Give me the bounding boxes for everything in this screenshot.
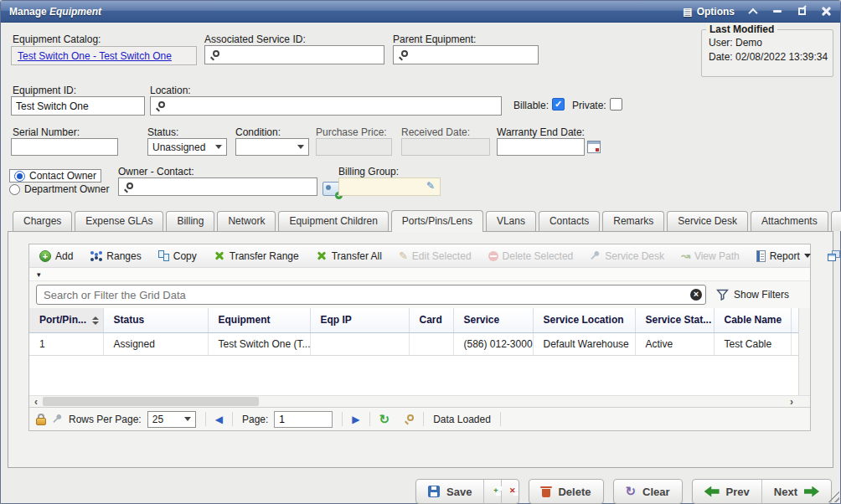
tab-service-desk[interactable]: Service Desk	[667, 211, 748, 231]
tab-network[interactable]: Network	[217, 211, 276, 231]
ranges-button[interactable]: Ranges	[85, 248, 146, 265]
path-icon	[681, 249, 690, 262]
tab-charges[interactable]: Charges	[13, 211, 72, 231]
table-row[interactable]: 1 Assigned Test Switch One (T... (586) 0…	[29, 332, 798, 355]
tab-vlans[interactable]: VLans	[486, 211, 536, 231]
purchase-price-label: Purchase Price:	[316, 126, 387, 138]
previous-page-arrow[interactable]: ◀	[215, 414, 223, 424]
pager-separator	[205, 412, 206, 426]
calendar-icon[interactable]	[587, 141, 601, 153]
ports-grid: Port/Pin... Status Equipment Eqp IP Card…	[29, 308, 798, 356]
scrollbar-track[interactable]	[43, 396, 785, 407]
title-bar: Manage Equipment Options	[1, 1, 840, 23]
grid-search-input[interactable]	[36, 285, 706, 305]
next-page-arrow[interactable]: ▶	[352, 414, 359, 424]
associated-service-id-input[interactable]	[204, 45, 384, 64]
column-header-service[interactable]: Service	[453, 308, 533, 332]
tab-user-defined-fields[interactable]: User Defined Fields	[831, 211, 841, 231]
clear-search-icon[interactable]	[690, 289, 702, 301]
status-select[interactable]: Unassigned	[147, 138, 227, 156]
rows-per-page-select[interactable]: 25	[147, 411, 196, 428]
refresh-icon[interactable]	[379, 412, 390, 427]
column-header-status[interactable]: Status	[103, 308, 208, 332]
tab-equipment-children[interactable]: Equipment Children	[278, 211, 388, 231]
serial-number-input[interactable]	[11, 138, 118, 156]
tab-contacts[interactable]: Contacts	[539, 211, 600, 231]
grid-header-row: Port/Pin... Status Equipment Eqp IP Card…	[29, 308, 798, 332]
edit-pencil-icon[interactable]	[426, 180, 435, 192]
pager-separator	[342, 412, 343, 426]
search-icon[interactable]	[405, 414, 414, 424]
options-button[interactable]: Options	[683, 6, 735, 18]
save-and-close-button[interactable]: ✕	[501, 480, 519, 503]
minimize-button[interactable]	[771, 6, 783, 18]
owner-contact-input[interactable]	[118, 177, 317, 196]
lock-icon[interactable]	[36, 414, 46, 425]
column-header-equipment[interactable]: Equipment	[208, 308, 310, 332]
tab-expense-glas[interactable]: Expense GLAs	[75, 211, 163, 231]
wrench-icon[interactable]	[52, 414, 63, 424]
clear-button[interactable]: Clear	[614, 480, 682, 503]
search-field-wrap	[36, 285, 706, 305]
show-filters-button[interactable]: Show Filters	[716, 289, 789, 301]
tab-remarks[interactable]: Remarks	[602, 211, 664, 231]
add-contact-icon[interactable]	[322, 182, 340, 196]
scroll-right-arrow[interactable]: ›	[785, 397, 798, 407]
toolbar-overflow-caret[interactable]: ▾	[37, 270, 41, 279]
contact-owner-radio[interactable]: Contact Owner	[9, 169, 101, 183]
department-owner-radio[interactable]: Department Owner	[9, 183, 109, 195]
column-header-eqp-ip[interactable]: Eqp IP	[310, 308, 409, 332]
parent-equipment-input[interactable]	[393, 45, 539, 64]
page-number-input[interactable]	[274, 411, 333, 428]
tab-ports-pins-lens[interactable]: Ports/Pins/Lens	[391, 210, 483, 232]
billable-checkbox[interactable]	[552, 98, 565, 111]
private-checkbox[interactable]	[610, 98, 622, 111]
status-select-value: Unassigned	[152, 141, 205, 153]
save-button[interactable]: Save	[416, 480, 483, 503]
tab-billing[interactable]: Billing	[166, 211, 214, 231]
prev-button[interactable]: Prev	[693, 480, 761, 503]
column-header-p[interactable]: P	[791, 308, 798, 332]
add-button[interactable]: Add	[34, 248, 78, 265]
copy-button[interactable]: Copy	[153, 248, 202, 265]
transfer-all-button[interactable]: Transfer All	[311, 248, 387, 265]
column-header-service-location[interactable]: Service Location	[533, 308, 635, 332]
equipment-catalog-box: Test Switch One - Test Switch One	[11, 46, 197, 65]
scroll-left-arrow[interactable]: ‹	[29, 397, 43, 407]
equipment-id-input[interactable]	[11, 96, 145, 116]
equipment-catalog-link[interactable]: Test Switch One - Test Switch One	[18, 50, 172, 62]
collapse-button[interactable]	[747, 6, 759, 18]
radio-dot	[9, 184, 20, 195]
save-button-group: Save + ✕	[415, 479, 519, 504]
scrollbar-thumb[interactable]	[43, 397, 259, 406]
transfer-range-button[interactable]: Transfer Range	[209, 248, 304, 265]
grid-pager: Rows Per Page: 25 ◀ Page: ▶ Data Loaded	[29, 407, 810, 430]
location-input[interactable]	[150, 96, 502, 116]
popout-button[interactable]	[796, 6, 807, 18]
cell-cable-name: Test Cable	[714, 332, 791, 355]
cell-equipment: Test Switch One (T...	[208, 332, 310, 355]
purchase-price-input	[316, 138, 392, 156]
perspectives-icon	[828, 250, 840, 261]
show-filters-label: Show Filters	[734, 289, 789, 301]
close-button[interactable]	[820, 6, 832, 18]
pager-separator	[369, 412, 370, 426]
column-header-port-pin[interactable]: Port/Pin...	[29, 308, 103, 332]
column-header-service-status[interactable]: Service Stat...	[635, 308, 714, 332]
perspectives-button[interactable]: Perspectives	[823, 248, 841, 265]
column-header-cable-name[interactable]: Cable Name	[714, 308, 791, 332]
next-button[interactable]: Next	[761, 480, 831, 503]
save-and-new-button[interactable]: +	[483, 480, 501, 503]
ports-pins-lens-panel: Add Ranges Copy Transfer Range Transfer …	[8, 231, 833, 468]
pager-separator	[423, 412, 424, 426]
delete-button[interactable]: Delete	[529, 480, 602, 503]
grid-toolbar: Add Ranges Copy Transfer Range Transfer …	[29, 244, 810, 268]
vertical-scrollbar[interactable]	[798, 308, 810, 395]
column-header-card[interactable]: Card	[409, 308, 453, 332]
warranty-end-date-input[interactable]	[497, 138, 585, 156]
condition-select[interactable]	[235, 138, 309, 156]
window-title-emphasis: Equipment	[49, 6, 101, 18]
report-button[interactable]: Report	[751, 248, 816, 265]
tab-attachments[interactable]: Attachments	[751, 211, 828, 231]
condition-label: Condition:	[235, 126, 281, 138]
